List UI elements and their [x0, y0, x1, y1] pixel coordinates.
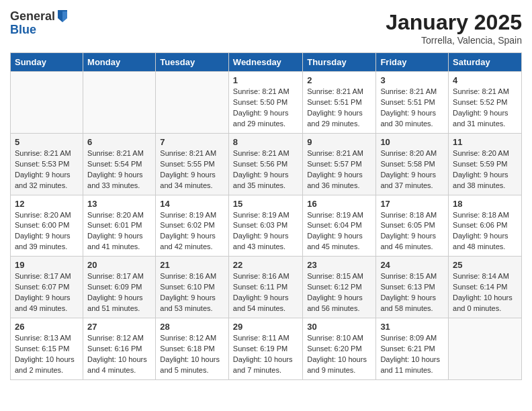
calendar-cell: 17Sunrise: 8:18 AMSunset: 6:05 PMDayligh…	[376, 195, 449, 257]
day-info: Sunrise: 8:12 AMSunset: 6:18 PMDaylight:…	[160, 333, 224, 376]
day-info: Sunrise: 8:09 AMSunset: 6:21 PMDaylight:…	[380, 333, 444, 376]
calendar-cell: 20Sunrise: 8:17 AMSunset: 6:09 PMDayligh…	[83, 257, 156, 318]
calendar-cell: 14Sunrise: 8:19 AMSunset: 6:02 PMDayligh…	[156, 195, 229, 257]
day-number: 18	[453, 199, 517, 209]
header-friday: Friday	[376, 53, 449, 72]
calendar-cell: 28Sunrise: 8:12 AMSunset: 6:18 PMDayligh…	[156, 318, 229, 380]
day-number: 13	[87, 199, 151, 209]
calendar-cell: 19Sunrise: 8:17 AMSunset: 6:07 PMDayligh…	[11, 257, 83, 318]
calendar-cell: 3Sunrise: 8:21 AMSunset: 5:51 PMDaylight…	[376, 72, 449, 134]
title-block: January 2025 Torrella, Valencia, Spain	[386, 10, 522, 46]
day-info: Sunrise: 8:21 AMSunset: 5:57 PMDaylight:…	[307, 148, 371, 191]
day-info: Sunrise: 8:18 AMSunset: 6:05 PMDaylight:…	[380, 210, 444, 253]
header-wednesday: Wednesday	[228, 53, 302, 72]
calendar-cell: 24Sunrise: 8:15 AMSunset: 6:13 PMDayligh…	[376, 257, 449, 318]
day-number: 19	[15, 260, 79, 270]
svg-marker-1	[62, 11, 67, 22]
day-info: Sunrise: 8:21 AMSunset: 5:54 PMDaylight:…	[87, 148, 151, 191]
day-number: 10	[380, 137, 444, 147]
day-number: 4	[453, 75, 517, 85]
day-number: 23	[307, 260, 371, 270]
day-number: 3	[380, 75, 444, 85]
day-info: Sunrise: 8:20 AMSunset: 6:01 PMDaylight:…	[87, 210, 151, 253]
calendar-cell: 9Sunrise: 8:21 AMSunset: 5:57 PMDaylight…	[303, 133, 376, 195]
calendar-header-row: SundayMondayTuesdayWednesdayThursdayFrid…	[11, 53, 522, 72]
day-number: 29	[233, 322, 298, 332]
calendar-cell: 27Sunrise: 8:12 AMSunset: 6:16 PMDayligh…	[83, 318, 156, 380]
day-number: 27	[87, 322, 151, 332]
location-subtitle: Torrella, Valencia, Spain	[386, 35, 522, 46]
calendar-cell: 4Sunrise: 8:21 AMSunset: 5:52 PMDaylight…	[449, 72, 522, 134]
logo-general: General	[10, 10, 55, 24]
calendar-cell: 25Sunrise: 8:14 AMSunset: 6:14 PMDayligh…	[449, 257, 522, 318]
day-info: Sunrise: 8:18 AMSunset: 6:06 PMDaylight:…	[453, 210, 517, 253]
day-number: 30	[307, 322, 371, 332]
calendar-cell: 8Sunrise: 8:21 AMSunset: 5:56 PMDaylight…	[228, 133, 302, 195]
day-number: 20	[87, 260, 151, 270]
calendar-week-row: 5Sunrise: 8:21 AMSunset: 5:53 PMDaylight…	[11, 133, 522, 195]
logo: General Blue	[10, 10, 69, 37]
calendar-cell: 6Sunrise: 8:21 AMSunset: 5:54 PMDaylight…	[83, 133, 156, 195]
day-number: 15	[233, 199, 298, 209]
day-number: 2	[307, 75, 371, 85]
day-info: Sunrise: 8:19 AMSunset: 6:02 PMDaylight:…	[160, 210, 224, 253]
day-info: Sunrise: 8:15 AMSunset: 6:12 PMDaylight:…	[307, 271, 371, 314]
day-number: 6	[87, 137, 151, 147]
calendar-cell	[156, 72, 229, 134]
header-saturday: Saturday	[449, 53, 522, 72]
logo-text: General Blue	[10, 10, 69, 37]
month-title: January 2025	[386, 10, 522, 35]
day-info: Sunrise: 8:21 AMSunset: 5:53 PMDaylight:…	[15, 148, 79, 191]
day-info: Sunrise: 8:21 AMSunset: 5:51 PMDaylight:…	[380, 87, 444, 130]
calendar-week-row: 12Sunrise: 8:20 AMSunset: 6:00 PMDayligh…	[11, 195, 522, 257]
calendar-cell: 1Sunrise: 8:21 AMSunset: 5:50 PMDaylight…	[228, 72, 302, 134]
day-info: Sunrise: 8:17 AMSunset: 6:09 PMDaylight:…	[87, 271, 151, 314]
calendar-week-row: 19Sunrise: 8:17 AMSunset: 6:07 PMDayligh…	[11, 257, 522, 318]
day-info: Sunrise: 8:13 AMSunset: 6:15 PMDaylight:…	[15, 333, 79, 376]
day-number: 17	[380, 199, 444, 209]
header-sunday: Sunday	[11, 53, 83, 72]
day-number: 25	[453, 260, 517, 270]
day-number: 1	[233, 75, 298, 85]
calendar-week-row: 26Sunrise: 8:13 AMSunset: 6:15 PMDayligh…	[11, 318, 522, 380]
day-info: Sunrise: 8:11 AMSunset: 6:19 PMDaylight:…	[233, 333, 298, 376]
day-info: Sunrise: 8:19 AMSunset: 6:04 PMDaylight:…	[307, 210, 371, 253]
day-number: 22	[233, 260, 298, 270]
day-info: Sunrise: 8:20 AMSunset: 6:00 PMDaylight:…	[15, 210, 79, 253]
day-number: 11	[453, 137, 517, 147]
calendar-cell: 11Sunrise: 8:20 AMSunset: 5:59 PMDayligh…	[449, 133, 522, 195]
calendar-cell: 10Sunrise: 8:20 AMSunset: 5:58 PMDayligh…	[376, 133, 449, 195]
day-info: Sunrise: 8:19 AMSunset: 6:03 PMDaylight:…	[233, 210, 298, 253]
day-number: 28	[160, 322, 224, 332]
header-tuesday: Tuesday	[156, 53, 229, 72]
calendar-cell: 21Sunrise: 8:16 AMSunset: 6:10 PMDayligh…	[156, 257, 229, 318]
calendar-cell: 12Sunrise: 8:20 AMSunset: 6:00 PMDayligh…	[11, 195, 83, 257]
calendar-cell: 18Sunrise: 8:18 AMSunset: 6:06 PMDayligh…	[449, 195, 522, 257]
logo-blue: Blue	[10, 24, 69, 37]
logo-icon	[56, 9, 69, 24]
calendar-cell: 2Sunrise: 8:21 AMSunset: 5:51 PMDaylight…	[303, 72, 376, 134]
day-info: Sunrise: 8:20 AMSunset: 5:59 PMDaylight:…	[453, 148, 517, 191]
calendar-cell: 22Sunrise: 8:16 AMSunset: 6:11 PMDayligh…	[228, 257, 302, 318]
calendar-cell: 26Sunrise: 8:13 AMSunset: 6:15 PMDayligh…	[11, 318, 83, 380]
day-info: Sunrise: 8:21 AMSunset: 5:50 PMDaylight:…	[233, 87, 298, 130]
header-monday: Monday	[83, 53, 156, 72]
day-info: Sunrise: 8:16 AMSunset: 6:11 PMDaylight:…	[233, 271, 298, 314]
calendar-cell: 13Sunrise: 8:20 AMSunset: 6:01 PMDayligh…	[83, 195, 156, 257]
calendar-cell: 30Sunrise: 8:10 AMSunset: 6:20 PMDayligh…	[303, 318, 376, 380]
calendar-cell: 31Sunrise: 8:09 AMSunset: 6:21 PMDayligh…	[376, 318, 449, 380]
day-info: Sunrise: 8:10 AMSunset: 6:20 PMDaylight:…	[307, 333, 371, 376]
calendar-cell: 5Sunrise: 8:21 AMSunset: 5:53 PMDaylight…	[11, 133, 83, 195]
day-number: 14	[160, 199, 224, 209]
day-number: 21	[160, 260, 224, 270]
day-number: 8	[233, 137, 298, 147]
day-number: 26	[15, 322, 79, 332]
day-info: Sunrise: 8:21 AMSunset: 5:55 PMDaylight:…	[160, 148, 224, 191]
page-header: General Blue January 2025 Torrella, Vale…	[10, 10, 522, 46]
day-info: Sunrise: 8:15 AMSunset: 6:13 PMDaylight:…	[380, 271, 444, 314]
calendar-table: SundayMondayTuesdayWednesdayThursdayFrid…	[10, 52, 522, 380]
day-info: Sunrise: 8:17 AMSunset: 6:07 PMDaylight:…	[15, 271, 79, 314]
header-thursday: Thursday	[303, 53, 376, 72]
day-info: Sunrise: 8:20 AMSunset: 5:58 PMDaylight:…	[380, 148, 444, 191]
day-info: Sunrise: 8:12 AMSunset: 6:16 PMDaylight:…	[87, 333, 151, 376]
